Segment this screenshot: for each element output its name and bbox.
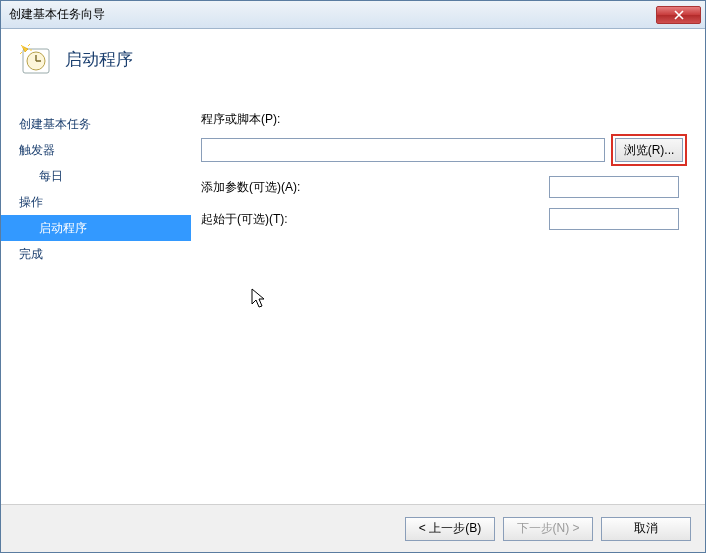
sidebar-item-trigger[interactable]: 触发器 [1,137,191,163]
sidebar-item-create-task[interactable]: 创建基本任务 [1,111,191,137]
sidebar-item-daily[interactable]: 每日 [1,163,191,189]
sidebar-item-finish[interactable]: 完成 [1,241,191,267]
program-script-input[interactable] [201,138,605,162]
wizard-body: 创建基本任务 触发器 每日 操作 启动程序 完成 程序或脚本(P): 浏览(R)… [1,103,705,504]
wizard-footer: < 上一步(B) 下一步(N) > 取消 [1,504,705,552]
wizard-window: 创建基本任务向导 启动程序 创建基本任务 触发器 每日 操作 启动程序 完成 [0,0,706,553]
script-label: 程序或脚本(P): [201,111,280,128]
cursor-icon [251,288,267,310]
args-label: 添加参数(可选)(A): [201,179,300,196]
page-heading: 启动程序 [65,48,133,71]
browse-button[interactable]: 浏览(R)... [615,138,683,162]
start-in-input[interactable] [549,208,679,230]
sidebar-item-start-program[interactable]: 启动程序 [1,215,191,241]
close-icon [674,10,684,20]
wizard-sidebar: 创建基本任务 触发器 每日 操作 启动程序 完成 [1,103,191,504]
back-button[interactable]: < 上一步(B) [405,517,495,541]
arguments-input[interactable] [549,176,679,198]
clock-wizard-icon [19,43,51,75]
next-button[interactable]: 下一步(N) > [503,517,593,541]
wizard-header: 启动程序 [1,29,705,103]
startin-label: 起始于(可选)(T): [201,211,288,228]
sidebar-item-action[interactable]: 操作 [1,189,191,215]
close-button[interactable] [656,6,701,24]
cancel-button[interactable]: 取消 [601,517,691,541]
window-title: 创建基本任务向导 [9,6,656,23]
browse-highlight: 浏览(R)... [611,134,687,166]
form-area: 程序或脚本(P): 浏览(R)... 添加参数(可选)(A): 起始于(可选)(… [191,103,705,504]
titlebar: 创建基本任务向导 [1,1,705,29]
